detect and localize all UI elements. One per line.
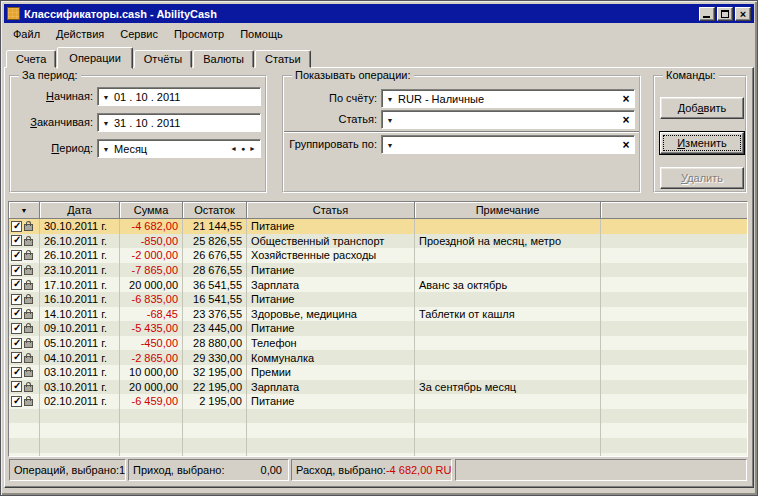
empty-cell [9,423,40,438]
row-checkbox-checked[interactable] [11,338,22,349]
row-date-cell: 02.10.2011 г. [40,394,120,409]
table-row[interactable]: 05.10.2011 г.-450,0028 880,00Телефон [9,336,747,351]
column-header-sum[interactable]: Сумма [120,202,183,219]
maximize-button[interactable] [717,7,733,21]
table-row[interactable]: 26.10.2011 г.-850,0025 826,55Общественны… [9,234,747,249]
close-button[interactable]: × [735,7,751,21]
table-row[interactable]: 30.10.2011 г.-4 682,0021 144,55Питание [9,219,747,234]
end-date-value: 31 . 10 . 2011 [114,117,260,129]
lock-icon [24,268,33,275]
table-header: ▼ Дата Сумма Остаток Статья Примечание [9,202,747,219]
spin-current-icon[interactable]: ● [241,145,245,152]
table-row[interactable]: 23.10.2011 г.-7 865,0028 676,55Питание [9,263,747,278]
table-row[interactable]: 03.10.2011 г.20 000,0022 195,00ЗарплатаЗ… [9,380,747,395]
app-icon [7,7,20,20]
tab-3[interactable]: Валюты [193,50,254,68]
clear-icon[interactable]: × [618,138,634,152]
clear-icon[interactable]: × [618,92,634,106]
period-spinner: ◄ ● ► [226,145,260,152]
row-checkbox-checked[interactable] [11,352,22,363]
spin-prev-icon[interactable]: ◄ [230,145,237,152]
dropdown-icon[interactable]: ▼ [382,95,398,103]
dropdown-icon[interactable]: ▼ [382,116,398,124]
account-label: По счёту: [286,92,377,104]
row-date-cell: 17.10.2011 г. [40,277,120,292]
row-controls-cell [9,365,40,380]
tab-1[interactable]: Операции [57,47,132,69]
table-row[interactable]: 03.10.2011 г.10 000,0032 195,00Премии [9,365,747,380]
menu-item-0[interactable]: Файл [5,26,48,42]
column-header-balance[interactable]: Остаток [183,202,247,219]
row-sum-cell: -4 682,00 [120,219,183,234]
row-controls-cell [9,263,40,278]
category-field[interactable]: ▼ × [381,110,635,129]
row-sum-cell: -2 000,00 [120,248,183,263]
empty-cell [120,423,183,438]
start-date-field[interactable]: ▼ 01 . 10 . 2011 [97,87,261,106]
row-checkbox-checked[interactable] [11,308,22,319]
tab-0[interactable]: Счета [6,50,56,68]
row-note-cell [415,219,601,234]
row-checkbox-checked[interactable] [11,294,22,305]
account-row: По счёту: ▼ RUR - Наличные × [284,89,637,108]
edit-button[interactable]: Изменить [660,132,744,154]
table-row[interactable]: 16.10.2011 г.-6 835,0016 541,55Питание [9,292,747,307]
menu-item-4[interactable]: Помощь [232,26,291,42]
row-note-cell [415,365,601,380]
menu-item-1[interactable]: Действия [48,26,112,42]
status-operations-panel: Операций, выбрано: 1 [9,459,126,481]
minimize-button[interactable] [699,7,715,21]
table-row[interactable]: 14.10.2011 г.-68,4523 376,55Здоровье, ме… [9,307,747,322]
app-window: Классификаторы.cash - AbilityCash × Файл… [0,0,758,496]
row-balance-cell: 2 195,00 [183,394,247,409]
column-header-note[interactable]: Примечание [415,202,601,219]
row-checkbox-checked[interactable] [11,381,22,392]
table-row[interactable]: 02.10.2011 г.-6 459,002 195,00Питание [9,394,747,409]
row-sum-cell: 20 000,00 [120,277,183,292]
period-field[interactable]: ▼ Месяц ◄ ● ► [97,139,261,158]
row-sum-cell: 10 000,00 [120,365,183,380]
group-by-field[interactable]: ▼ × [381,135,635,154]
row-checkbox-checked[interactable] [11,250,22,261]
dropdown-icon[interactable]: ▼ [98,119,114,127]
dropdown-icon[interactable]: ▼ [98,145,114,153]
lock-icon [24,239,33,246]
table-row[interactable]: 09.10.2011 г.-5 435,0023 445,00Питание [9,321,747,336]
dropdown-icon[interactable]: ▼ [382,141,398,149]
row-checkbox-checked[interactable] [11,279,22,290]
tab-2[interactable]: Отчёты [134,50,192,68]
row-checkbox-checked[interactable] [11,323,22,334]
row-controls-cell [9,248,40,263]
menu-item-3[interactable]: Просмотр [166,26,232,42]
row-checkbox-checked[interactable] [11,221,22,232]
row-checkbox-checked[interactable] [11,265,22,276]
spin-next-icon[interactable]: ► [249,145,256,152]
status-empty-panel [455,459,747,481]
row-controls-cell [9,350,40,365]
column-header-category[interactable]: Статья [247,202,415,219]
row-checkbox-checked[interactable] [11,235,22,246]
column-header-date[interactable]: Дата [40,202,120,219]
lock-icon [24,283,33,290]
menu-item-2[interactable]: Сервис [112,26,166,42]
clear-icon[interactable]: × [618,113,634,127]
table-row[interactable]: 26.10.2011 г.-2 000,0026 676,55Хозяйстве… [9,248,747,263]
filter-column-button[interactable]: ▼ [9,202,40,219]
empty-cell [247,409,415,424]
lock-icon [24,297,33,304]
dropdown-icon[interactable]: ▼ [98,93,114,101]
end-date-field[interactable]: ▼ 31 . 10 . 2011 [97,113,261,132]
row-checkbox-checked[interactable] [11,396,22,407]
row-balance-cell: 23 445,00 [183,321,247,336]
add-button[interactable]: Добавить [660,97,744,119]
tab-4[interactable]: Статьи [255,50,311,68]
table-row[interactable]: 04.10.2011 г.-2 865,0029 330,00Коммуналк… [9,350,747,365]
title-bar[interactable]: Классификаторы.cash - AbilityCash × [4,4,754,23]
row-checkbox-checked[interactable] [11,367,22,378]
row-controls-cell [9,292,40,307]
lock-icon [24,370,33,377]
status-income-panel: Приход, выбрано: 0,00 [128,459,289,481]
table-row[interactable]: 17.10.2011 г.20 000,0036 541,55ЗарплатаА… [9,277,747,292]
account-field[interactable]: ▼ RUR - Наличные × [381,89,635,108]
empty-cell [601,409,747,424]
